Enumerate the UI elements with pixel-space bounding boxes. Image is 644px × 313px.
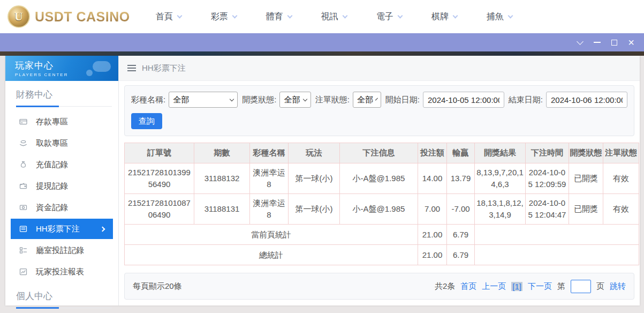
sidebar-item-room-bet-record[interactable]: 廳室投註記錄	[5, 240, 118, 261]
nav-item-slots[interactable]: 電子	[376, 11, 431, 23]
sidebar-item-deposit[interactable]: 存款專區	[5, 111, 118, 132]
maximize-button[interactable]	[605, 33, 623, 51]
close-button[interactable]: ×	[623, 33, 640, 51]
wallet-icon	[18, 182, 28, 190]
main-area: 玩家中心 PLAYERS CENTER 財務中心 存款專區 取款專區 充值記錄	[0, 56, 644, 313]
gamepad-decoration-icon	[86, 60, 111, 76]
select-value: 全部	[284, 95, 300, 105]
chevron-down-icon	[397, 13, 403, 18]
summary-label: 當前頁統計	[125, 225, 418, 245]
summary-label: 總統計	[125, 245, 418, 265]
select-value: 全部	[173, 95, 189, 105]
end-date-label: 結束日期:	[509, 95, 543, 105]
nav-item-lottery[interactable]: 彩票	[211, 11, 266, 23]
sidebar-item-withdraw[interactable]: 取款專區	[5, 132, 118, 154]
bets-table-wrap: 訂單號 期數 彩種名稱 玩法 下注信息 投注額 輸贏 開獎結果 下注時間 開獎狀…	[124, 143, 634, 265]
sidebar-item-player-bet-report[interactable]: 玩家投注報表	[5, 261, 118, 282]
col-header-bet-time: 下注時間	[526, 143, 569, 163]
prev-page-link[interactable]: 上一页	[482, 281, 506, 292]
chevron-down-icon	[342, 13, 347, 18]
pagination-bar: 每頁顯示20條 共2条 首页 上一页 [1] 下一页 第 页 跳转	[124, 273, 634, 300]
select-value: 全部	[357, 95, 373, 105]
jump-link[interactable]: 跳转	[610, 281, 626, 292]
chevron-down-icon	[507, 13, 513, 18]
filter-row: 彩種名稱: 全部 開獎狀態: 全部 注單狀態: 全部 開始日期: 結束日期:	[131, 92, 627, 108]
chevron-right-icon	[100, 226, 105, 232]
first-page-link[interactable]: 首页	[460, 281, 476, 292]
col-header-draw-result: 開獎結果	[475, 143, 526, 163]
lottery-name-label: 彩種名稱:	[131, 95, 165, 105]
cell-play-type: 第一球(小)	[289, 163, 340, 194]
nav-item-cards[interactable]: 棋牌	[431, 11, 487, 23]
cell-winloss: -7.00	[447, 194, 475, 225]
page-number-input[interactable]	[571, 280, 591, 293]
order-status-select[interactable]: 全部	[353, 92, 381, 108]
sidebar-item-funds-record[interactable]: 資金記錄	[5, 197, 118, 218]
col-header-winloss: 輸贏	[447, 143, 475, 163]
current-page-summary-row: 當前頁統計 21.00 6.79	[125, 225, 639, 245]
sidebar-item-label: 存款專區	[36, 117, 68, 127]
table-row: 2152172810139956490 31188132 澳洲幸运8 第一球(小…	[125, 163, 639, 194]
col-header-draw-status: 開獎狀態	[569, 143, 603, 163]
next-page-link[interactable]: 下一页	[528, 281, 552, 292]
col-header-order-no: 訂單號	[125, 143, 194, 163]
cell-bet-time: 2024-10-05 12:04:47	[526, 194, 569, 225]
draw-status-select[interactable]: 全部	[279, 92, 310, 108]
cell-bet-info: 小-A盤@1.985	[340, 163, 418, 194]
end-date-input[interactable]	[546, 92, 627, 108]
main-nav: 首頁 彩票 體育 視訊 電子 棋牌 捕魚	[156, 11, 542, 23]
room-record-icon	[18, 246, 28, 255]
money-bag-icon	[18, 160, 28, 169]
nav-label: 捕魚	[487, 11, 504, 23]
section-divider	[16, 106, 112, 107]
sidebar-menu: 存款專區 取款專區 充值記錄 提現記錄 資金記錄	[5, 111, 118, 282]
cell-lottery-name: 澳洲幸运8	[250, 194, 289, 225]
titlebar-dropdown-button[interactable]	[571, 33, 588, 51]
sidebar-item-recharge-record[interactable]: 充值記錄	[5, 154, 118, 175]
site-logo[interactable]: U USDT CASINO	[7, 5, 130, 28]
total-count-text: 共2条	[435, 281, 455, 292]
chevron-down-icon	[452, 13, 458, 18]
content-area: HH彩票下注 彩種名稱: 全部 開獎狀態: 全部 注單狀態: 全部 開始日期:	[119, 56, 640, 305]
hamburger-icon[interactable]	[127, 65, 136, 71]
window-titlebar: ×	[0, 33, 644, 51]
chevron-down-icon	[287, 13, 292, 18]
nav-label: 電子	[376, 11, 393, 23]
cell-period: 31188131	[194, 194, 250, 225]
col-header-order-status: 注單狀態	[603, 143, 639, 163]
minimize-button[interactable]	[588, 33, 605, 51]
chevron-down-icon	[303, 96, 307, 101]
cell-order-no: 2152172810108706490	[125, 194, 194, 225]
bets-table: 訂單號 期數 彩種名稱 玩法 下注信息 投注額 輸贏 開獎結果 下注時間 開獎狀…	[124, 143, 639, 265]
chevron-down-icon	[177, 13, 182, 18]
lottery-list-icon	[18, 225, 28, 233]
sidebar-item-withdrawal-record[interactable]: 提現記錄	[5, 175, 118, 197]
filter-panel: 彩種名稱: 全部 開獎狀態: 全部 注單狀態: 全部 開始日期: 結束日期:	[124, 85, 634, 136]
sidebar-item-label: HH彩票下注	[36, 224, 80, 234]
nav-label: 體育	[266, 11, 283, 23]
sidebar-item-hh-lottery-bets[interactable]: HH彩票下注	[11, 219, 113, 239]
lottery-name-select[interactable]: 全部	[169, 92, 238, 108]
cell-play-type: 第一球(小)	[289, 194, 340, 225]
grand-total-summary-row: 總統計 21.00 6.79	[125, 245, 639, 265]
cell-bet-info: 小-A盤@1.985	[340, 194, 418, 225]
chevron-down-icon	[230, 96, 234, 101]
logo-letter: U	[14, 10, 23, 24]
nav-item-video[interactable]: 視訊	[321, 11, 376, 23]
start-date-input[interactable]	[423, 92, 504, 108]
nav-item-fishing[interactable]: 捕魚	[487, 11, 542, 23]
page-size-text: 每頁顯示20條	[133, 281, 182, 292]
nav-item-sports[interactable]: 體育	[266, 11, 321, 23]
query-button[interactable]: 查詢	[131, 113, 162, 129]
usdt-coin-icon: U	[7, 5, 30, 28]
sidebar-item-label: 提現記錄	[36, 181, 68, 191]
maximize-icon	[611, 40, 617, 46]
nav-item-home[interactable]: 首頁	[156, 11, 211, 23]
summary-bet-total: 21.00	[418, 245, 447, 265]
app-window: 玩家中心 PLAYERS CENTER 財務中心 存款專區 取款專區 充值記錄	[5, 56, 640, 305]
col-header-bet-amount: 投注額	[418, 143, 447, 163]
col-header-play-type: 玩法	[289, 143, 340, 163]
summary-winloss-total: 6.79	[447, 245, 475, 265]
summary-winloss-total: 6.79	[447, 225, 475, 245]
cell-bet-amount: 7.00	[418, 194, 447, 225]
